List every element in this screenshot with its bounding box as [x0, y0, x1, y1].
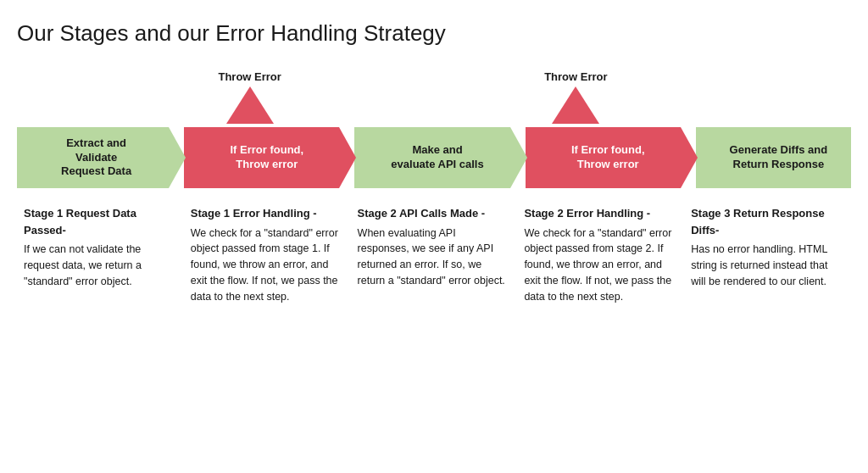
- stage-desc-3: Stage 2 API Calls Made - When evaluating…: [351, 205, 518, 304]
- stage-body-3: When evaluating API responses, we see if…: [358, 225, 508, 289]
- up-arrow-1: [226, 86, 274, 124]
- stage-desc-5: Stage 3 Return Response Diffs- Has no er…: [684, 205, 851, 304]
- pipeline-row: Extract and ValidateRequest Data If Erro…: [17, 127, 851, 188]
- throw-error-label-2: Throw Error: [544, 70, 607, 83]
- stage-title-4: Stage 2 Error Handling -: [524, 205, 674, 222]
- stage-body-4: We check for a "standard" error object p…: [524, 225, 674, 305]
- pipeline-label-2: If Error found,Throw error: [230, 143, 303, 172]
- stage-body-1: If we can not validate the request data,…: [24, 242, 174, 289]
- diagram-area: Throw Error Throw Error Extract and Vali…: [17, 70, 851, 304]
- throw-error-row: Throw Error Throw Error: [17, 70, 851, 127]
- page-title: Our Stages and our Error Handling Strate…: [17, 20, 851, 47]
- stage-title-5: Stage 3 Return Response Diffs-: [691, 205, 841, 238]
- stage-body-5: Has no error handling. HTML string is re…: [691, 242, 841, 289]
- pipeline-label-5: Generate Diffs andReturn Response: [730, 143, 828, 172]
- pipeline-seg-4: If Error found,Throw error: [526, 127, 681, 188]
- throw-error-1: Throw Error: [174, 70, 326, 124]
- throw-error-label-1: Throw Error: [218, 70, 281, 83]
- pipeline-seg-5: Generate Diffs andReturn Response: [696, 127, 851, 188]
- stage-desc-2: Stage 1 Error Handling - We check for a …: [184, 205, 351, 304]
- pipeline-label-1: Extract and ValidateRequest Data: [44, 136, 148, 180]
- pipeline-label-4: If Error found,Throw error: [571, 143, 645, 172]
- stage-body-2: We check for a "standard" error object p…: [191, 225, 341, 305]
- pipeline-seg-1: Extract and ValidateRequest Data: [17, 127, 169, 188]
- up-arrow-2: [552, 86, 599, 124]
- pipeline-label-3: Make andevaluate API calls: [391, 143, 483, 172]
- throw-error-2: Throw Error: [499, 70, 652, 124]
- stage-title-3: Stage 2 API Calls Made -: [358, 205, 508, 222]
- stages-row: Stage 1 Request Data Passed- If we can n…: [17, 205, 851, 304]
- pipeline-seg-3: Make andevaluate API calls: [354, 127, 509, 188]
- stage-desc-1: Stage 1 Request Data Passed- If we can n…: [17, 205, 184, 304]
- stage-title-2: Stage 1 Error Handling -: [191, 205, 341, 222]
- stage-title-1: Stage 1 Request Data Passed-: [24, 205, 174, 238]
- stage-desc-4: Stage 2 Error Handling - We check for a …: [517, 205, 684, 304]
- pipeline-seg-2: If Error found,Throw error: [184, 127, 339, 188]
